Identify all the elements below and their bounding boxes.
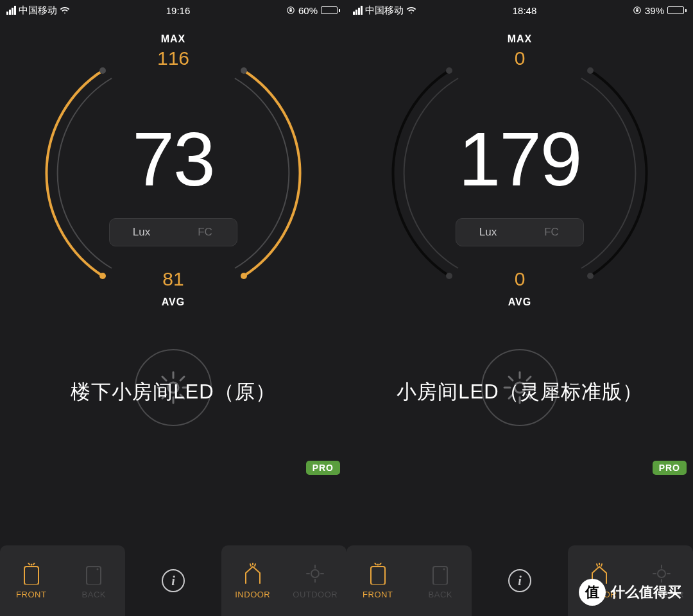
- unit-toggle[interactable]: Lux FC: [456, 218, 584, 246]
- svg-line-18: [33, 563, 35, 565]
- tab-outdoor[interactable]: OUTDOOR: [285, 563, 346, 599]
- tab-back-label: BACK: [429, 590, 452, 599]
- svg-point-53: [658, 570, 665, 578]
- signal-icon: [353, 6, 363, 15]
- svg-line-50: [597, 564, 597, 566]
- wifi-icon: [60, 5, 70, 15]
- unit-toggle[interactable]: Lux FC: [109, 218, 237, 246]
- battery-pct: 60%: [298, 5, 318, 16]
- screen-right: 中国移动 18:48 39% MAX: [346, 0, 693, 616]
- tab-outdoor-label: OUTDOOR: [293, 590, 338, 599]
- watermark: 值 什么值得买: [579, 579, 681, 606]
- info-button[interactable]: i: [162, 569, 185, 592]
- tab-front-label: FRONT: [16, 590, 46, 599]
- wifi-icon: [406, 5, 416, 15]
- tab-indoor[interactable]: INDOOR: [222, 563, 283, 599]
- caption: 小房间LED（灵犀标准版）: [346, 379, 693, 406]
- clock: 18:48: [513, 5, 537, 16]
- svg-point-16: [30, 563, 32, 565]
- tab-back[interactable]: BACK: [410, 563, 471, 599]
- status-bar: 中国移动 19:16 60%: [0, 0, 346, 21]
- orientation-lock-icon: [286, 6, 295, 15]
- svg-point-20: [97, 568, 99, 570]
- svg-line-21: [250, 564, 251, 566]
- svg-point-3: [241, 67, 247, 74]
- svg-rect-44: [371, 567, 385, 585]
- tab-indoor-label: INDOOR: [235, 590, 270, 599]
- battery-pct: 39%: [645, 5, 664, 16]
- pro-badge[interactable]: PRO: [653, 461, 687, 475]
- orientation-lock-icon: [633, 6, 642, 15]
- svg-line-17: [28, 563, 30, 565]
- svg-rect-1: [289, 10, 292, 12]
- gauge: MAX 0 179 Lux FC 0 AVG: [379, 32, 661, 314]
- svg-rect-15: [24, 567, 38, 585]
- info-button[interactable]: i: [508, 569, 531, 592]
- avg-label: AVG: [379, 296, 661, 308]
- tab-back[interactable]: BACK: [64, 563, 124, 599]
- unit-fc[interactable]: FC: [173, 219, 237, 246]
- unit-fc[interactable]: FC: [520, 219, 583, 246]
- gauge: MAX 116 73 Lux FC 81 AVG: [32, 32, 314, 314]
- screen-left: 中国移动 19:16 60% MAX: [0, 0, 346, 616]
- pro-badge[interactable]: PRO: [306, 461, 340, 475]
- status-bar: 中国移动 18:48 39%: [346, 0, 693, 21]
- tab-bar: FRONT BACK i INDOOR OUTDOOR: [0, 545, 346, 616]
- svg-point-2: [99, 67, 106, 74]
- svg-point-45: [377, 563, 379, 565]
- caption: 楼下小房间LED（原）: [0, 379, 346, 406]
- svg-point-31: [446, 67, 452, 74]
- svg-point-49: [443, 568, 445, 570]
- svg-rect-19: [87, 567, 101, 585]
- svg-point-32: [587, 67, 594, 74]
- battery-icon: [321, 6, 340, 14]
- clock: 19:16: [166, 5, 191, 16]
- svg-line-22: [255, 564, 255, 566]
- carrier-label: 中国移动: [19, 4, 57, 17]
- signal-icon: [6, 6, 16, 15]
- svg-line-51: [601, 564, 602, 566]
- watermark-text: 什么值得买: [611, 583, 681, 602]
- battery-icon: [667, 6, 687, 14]
- unit-lux[interactable]: Lux: [110, 219, 173, 246]
- svg-line-47: [380, 563, 381, 565]
- avg-value: 0: [379, 268, 661, 290]
- tab-back-label: BACK: [82, 590, 106, 599]
- tab-front-label: FRONT: [363, 590, 393, 599]
- tab-front[interactable]: FRONT: [1, 563, 62, 599]
- watermark-badge: 值: [579, 579, 606, 606]
- avg-value: 81: [32, 268, 314, 290]
- avg-label: AVG: [32, 296, 314, 308]
- lux-reading: 73: [32, 116, 314, 203]
- tab-front[interactable]: FRONT: [347, 563, 408, 599]
- svg-point-24: [311, 570, 319, 578]
- svg-line-46: [375, 563, 376, 565]
- unit-lux[interactable]: Lux: [456, 219, 520, 246]
- lux-reading: 179: [379, 116, 661, 203]
- svg-rect-48: [433, 567, 447, 585]
- carrier-label: 中国移动: [365, 4, 404, 17]
- svg-rect-30: [636, 10, 638, 12]
